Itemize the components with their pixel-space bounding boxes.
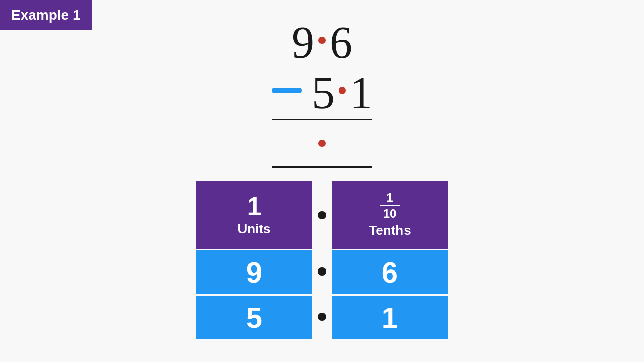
units-header-number: 1 bbox=[247, 193, 262, 219]
place-value-table: 1 Units 9 5 1 10 bbox=[196, 181, 448, 339]
tenths-fraction: 1 10 bbox=[380, 192, 400, 220]
fraction-numerator: 1 bbox=[386, 192, 393, 204]
top-right-digit: 6 bbox=[330, 20, 352, 65]
table-dot-row1 bbox=[318, 267, 326, 276]
units-header-label: Units bbox=[238, 221, 271, 237]
units-header: 1 Units bbox=[196, 181, 312, 249]
top-left-digit: 9 bbox=[292, 20, 314, 65]
equation-area: 9 6 5 1 bbox=[272, 20, 372, 171]
decimal-dot-answer bbox=[318, 140, 326, 147]
answer-underline bbox=[272, 166, 372, 168]
tenths-row1: 6 bbox=[332, 249, 448, 294]
answer-row bbox=[314, 123, 330, 163]
tenths-header: 1 10 Tenths bbox=[332, 181, 448, 249]
units-row1: 9 bbox=[196, 249, 312, 294]
bottom-number-row: 5 1 bbox=[272, 70, 372, 116]
bottom-left-digit: 5 bbox=[312, 70, 335, 116]
top-number-row: 9 6 bbox=[292, 20, 352, 65]
table-dot-row2 bbox=[318, 313, 326, 321]
units-column: 1 Units 9 5 bbox=[196, 181, 312, 339]
decimal-separator-column bbox=[312, 181, 332, 339]
tenths-header-label: Tenths bbox=[369, 223, 411, 238]
fraction-line bbox=[380, 205, 400, 206]
equation-underline bbox=[272, 119, 372, 120]
decimal-dot-top bbox=[318, 37, 326, 44]
tenths-column: 1 10 Tenths 6 1 bbox=[332, 181, 448, 339]
decimal-dot-bottom bbox=[339, 87, 346, 94]
tenths-row2: 1 bbox=[332, 294, 448, 339]
minus-sign bbox=[272, 88, 302, 93]
fraction-denominator: 10 bbox=[383, 208, 397, 220]
example-badge: Example 1 bbox=[0, 0, 92, 30]
table-dot-header bbox=[318, 211, 326, 219]
units-row2: 5 bbox=[196, 294, 312, 339]
bottom-right-digit: 1 bbox=[350, 70, 372, 116]
main-content: 9 6 5 1 1 Units 9 5 bbox=[0, 0, 644, 339]
